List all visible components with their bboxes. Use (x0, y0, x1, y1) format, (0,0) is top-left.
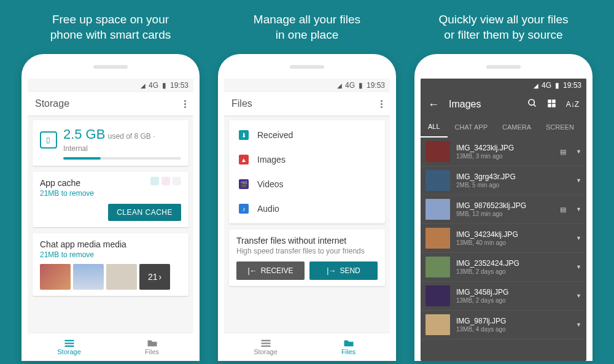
category-images[interactable]: ▲Images (236, 147, 378, 172)
chevron-down-icon[interactable]: ▼ (576, 149, 581, 155)
category-icon: 🎬 (239, 179, 249, 189)
svg-rect-2 (64, 346, 74, 347)
chevron-right-icon: › (158, 272, 161, 282)
clock: 19:53 (563, 81, 581, 90)
network-label: 4G (149, 81, 158, 90)
promo-heading-3: Quickly view all your filesor filter the… (438, 12, 568, 43)
svg-rect-4 (261, 343, 270, 344)
category-icon: ♪ (239, 204, 249, 214)
transfer-title: Transfer files without internet (236, 236, 378, 246)
file-meta: 13MB, 4 days ago (456, 326, 566, 333)
tab-chat-app[interactable]: CHAT APP (448, 117, 495, 137)
tab-all[interactable]: ALL (421, 117, 448, 137)
file-list[interactable]: IMG_3423klj.JPG13MB, 3 min ago▤▼IMG_3grg… (421, 137, 586, 339)
bottom-nav: Storage Files (224, 333, 390, 361)
categories-card: ⬇Received▲Images🎬Videos♪Audio (229, 120, 385, 223)
file-name: IMG_2352424.JPG (456, 259, 566, 268)
category-videos[interactable]: 🎬Videos (236, 172, 378, 196)
chevron-down-icon[interactable]: ▼ (576, 293, 581, 299)
svg-rect-3 (261, 340, 270, 341)
chevron-down-icon[interactable]: ▼ (576, 264, 581, 270)
thumbnail (426, 257, 450, 277)
app-bar-dark: ← Images A↓Z (421, 92, 586, 117)
thumbnail (426, 228, 450, 249)
chevron-down-icon[interactable]: ▼ (576, 206, 581, 212)
chat-sub: 21MB to remove (40, 250, 181, 259)
chevron-down-icon[interactable]: ▼ (576, 322, 581, 328)
storage-summary-card[interactable]: ▯ 2.5 GB used of 8 GB · Internal (33, 120, 188, 166)
file-row[interactable]: IMG_2352424.JPG13MB, 2 days ago▼ (421, 253, 586, 282)
search-icon[interactable] (527, 98, 537, 110)
category-audio[interactable]: ♪Audio (236, 196, 378, 221)
thumbnail (426, 199, 450, 220)
thumbnail-more[interactable]: 21› (139, 264, 170, 290)
svg-line-7 (534, 104, 535, 106)
receive-icon: |← (248, 266, 257, 275)
file-row[interactable]: IMG_987lj.JPG13MB, 4 days ago▼ (421, 311, 586, 339)
category-received[interactable]: ⬇Received (236, 123, 378, 147)
thumbnail (426, 285, 450, 306)
thumbnail-row[interactable]: 21› (40, 264, 181, 290)
phone-icon: ▯ (40, 131, 57, 149)
category-label: Videos (257, 179, 284, 189)
file-row[interactable]: IMG_34234klj.JPG13MB, 40 min ago▼ (421, 224, 586, 253)
status-bar: ◢ 4G ▮ 19:53 (28, 79, 193, 92)
signal-icon: ◢ (337, 82, 341, 89)
chevron-down-icon[interactable]: ▼ (576, 235, 581, 241)
thumbnail[interactable] (106, 264, 137, 290)
svg-rect-8 (548, 99, 551, 103)
receive-button[interactable]: |← RECEIVE (236, 261, 305, 280)
cache-sub: 21MB to remove (40, 189, 181, 198)
app-bar: Storage (28, 92, 193, 115)
file-row[interactable]: IMG_3458j.JPG13MB, 2 days ago▼ (421, 282, 586, 311)
file-name: IMG_9876523klj.JPG (456, 201, 554, 210)
decoration-icons (150, 177, 181, 185)
file-meta: 9MB, 12 min ago (456, 211, 554, 217)
file-row[interactable]: IMG_9876523klj.JPG9MB, 12 min ago▤▼ (421, 195, 586, 224)
transfer-card: Transfer files without internet High spe… (229, 230, 385, 286)
signal-icon: ◢ (141, 82, 145, 89)
clean-cache-button[interactable]: CLEAN CACHE (108, 204, 181, 221)
file-name: IMG_3423klj.JPG (456, 144, 554, 152)
app-cache-card: App cache 21MB to remove CLEAN CACHE (33, 172, 188, 227)
nav-files[interactable]: Files (307, 333, 390, 361)
clock: 19:53 (170, 81, 188, 90)
battery-icon: ▮ (359, 81, 363, 90)
file-name: IMG_3458j.JPG (456, 288, 566, 296)
file-row[interactable]: IMG_3423klj.JPG13MB, 3 min ago▤▼ (421, 137, 586, 166)
thumbnail[interactable] (40, 264, 71, 290)
file-name: IMG_3grg43r.JPG (456, 172, 566, 181)
signal-icon: ◢ (534, 82, 538, 89)
storage-used: 2.5 GB (63, 126, 105, 142)
nav-files[interactable]: Files (111, 333, 193, 361)
nav-storage[interactable]: Storage (28, 333, 111, 361)
phone-frame: ◢ 4G ▮ 19:53 ← Images A↓Z ALLCHAT APPCAM… (414, 54, 593, 361)
storage-icon (260, 339, 271, 347)
chat-title: Chat app media media (40, 239, 181, 249)
file-row[interactable]: IMG_3grg43r.JPG2MB, 5 min ago▼ (421, 166, 586, 195)
file-name: IMG_34234klj.JPG (456, 230, 566, 239)
send-icon: |→ (327, 266, 336, 275)
storage-icon (64, 339, 75, 347)
overflow-menu-icon[interactable] (184, 100, 186, 108)
thumbnail (426, 141, 450, 162)
thumbnail[interactable] (73, 264, 104, 290)
chat-media-card: Chat app media media 21MB to remove 21› (33, 233, 188, 296)
chevron-down-icon[interactable]: ▼ (576, 177, 581, 184)
tab-camera[interactable]: CAMERA (495, 117, 538, 137)
thumbnail (426, 170, 450, 191)
app-bar: Files (224, 92, 390, 115)
storage-bar (63, 157, 181, 160)
tab-screen[interactable]: SCREEN (538, 117, 581, 137)
promo-heading-1: Free up space on yourphone with smart ca… (50, 12, 171, 43)
back-icon[interactable]: ← (428, 98, 439, 111)
sort-icon[interactable]: A↓Z (566, 100, 579, 109)
overflow-menu-icon[interactable] (381, 100, 383, 108)
svg-rect-10 (548, 104, 551, 107)
nav-storage[interactable]: Storage (224, 333, 307, 361)
screen-title: Storage (35, 98, 69, 109)
file-meta: 2MB, 5 min ago (456, 182, 566, 188)
status-bar: ◢ 4G ▮ 19:53 (421, 79, 586, 92)
grid-view-icon[interactable] (547, 99, 556, 110)
send-button[interactable]: |→ SEND (309, 261, 378, 280)
